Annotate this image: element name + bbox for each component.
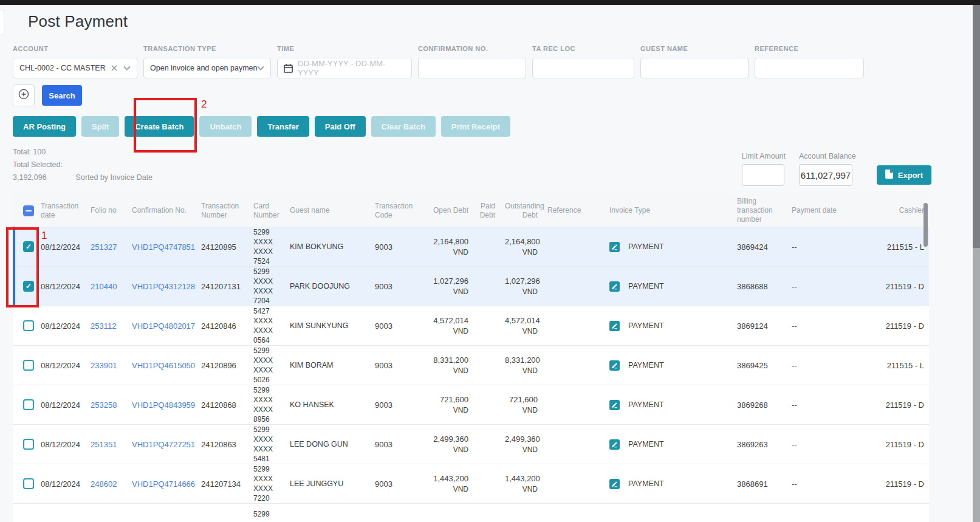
- row-checkbox[interactable]: [23, 478, 34, 489]
- outstanding-debt-value: 8,331,200: [505, 355, 538, 365]
- account-select[interactable]: CHL-0002 - CC MASTER C...: [13, 58, 137, 78]
- folio-link[interactable]: 251351: [86, 440, 127, 449]
- outstanding-debt-currency: VND: [505, 327, 538, 335]
- row-checkbox[interactable]: [23, 439, 34, 450]
- cell-open-debt: 1,027,296VND: [423, 276, 473, 296]
- outstanding-debt-value: 1,443,200: [505, 474, 538, 483]
- table-header-row: Transaction dateFolio noConfirmation No.…: [13, 194, 929, 227]
- open-debt-currency: VND: [428, 485, 468, 493]
- cell-guest-name: LEE DONG GUN: [285, 440, 370, 448]
- folio-link[interactable]: 233901: [86, 361, 127, 370]
- cell-transaction-code: 9003: [370, 479, 423, 489]
- table-row[interactable]: 08/12/2024210440VHD1PQ431212824120713152…: [13, 266, 929, 306]
- transfer-button[interactable]: Transfer: [257, 116, 309, 137]
- folio-link[interactable]: 253258: [86, 400, 127, 410]
- cell-transaction-number: 241207134: [196, 479, 248, 489]
- cell-billing-transaction-number: 3868691: [732, 479, 787, 489]
- edit-reference-icon[interactable]: [609, 360, 620, 371]
- edit-reference-icon[interactable]: [609, 242, 620, 252]
- row-checkbox[interactable]: [23, 281, 34, 292]
- reference-input[interactable]: [755, 58, 864, 78]
- open-debt-value: 1,443,200: [428, 474, 468, 483]
- confirmation-link[interactable]: VHD1PQ4615050: [127, 361, 196, 370]
- limit-amount-label: Limit Amount: [742, 152, 786, 160]
- folio-link[interactable]: 248602: [86, 479, 127, 489]
- confirmation-link[interactable]: VHD1PQ4843959: [127, 400, 196, 410]
- time-daterange-picker[interactable]: DD-MM-YYYY - DD-MM-YYYY: [277, 58, 412, 78]
- folio-link[interactable]: 251327: [86, 242, 127, 252]
- add-filter-button[interactable]: [13, 84, 35, 106]
- cell-select: [13, 360, 36, 371]
- account-selected-value: CHL-0002 - CC MASTER C...: [19, 64, 108, 72]
- transaction-type-select[interactable]: Open invoice and open payment: [143, 58, 271, 78]
- ar-posting-button[interactable]: AR Posting: [13, 116, 76, 137]
- guest-name-input[interactable]: [640, 58, 749, 78]
- table-row[interactable]: 08/12/2024233901VHD1PQ461505024120896529…: [13, 345, 929, 385]
- table-row[interactable]: 08/12/2024251327VHD1PQ474785124120895529…: [13, 227, 929, 266]
- cell-transaction-code: 9003: [370, 400, 423, 410]
- folio-link[interactable]: 210440: [86, 282, 127, 291]
- account-chevron-down-icon[interactable]: [123, 66, 131, 70]
- export-file-icon: [885, 170, 893, 180]
- account-clear-icon[interactable]: [111, 65, 117, 71]
- cell-transaction-code: 9003: [370, 282, 423, 291]
- edit-reference-icon[interactable]: [609, 321, 620, 331]
- column-header-cashier: Cashier: [845, 204, 929, 218]
- sidebar-edge: [0, 10, 4, 35]
- edit-reference-icon[interactable]: [609, 479, 620, 489]
- split-button: Split: [81, 116, 119, 137]
- cell-outstanding-debt: 2,164,800VND: [500, 237, 543, 256]
- cell-outstanding-debt: 1,027,296VND: [500, 276, 543, 296]
- export-button[interactable]: Export: [877, 165, 931, 185]
- limit-amount-input[interactable]: [742, 164, 784, 186]
- row-checkbox[interactable]: [23, 320, 34, 331]
- ta-rec-loc-input[interactable]: [532, 58, 634, 78]
- cell-invoice-type: PAYMENT: [605, 321, 732, 331]
- cell-cashier: 211519 - D: [845, 321, 929, 331]
- total-selected-value: 3,192,096: [13, 173, 47, 182]
- confirmation-no-input[interactable]: [418, 58, 526, 78]
- cell-card-number: 5299 XXXX XXXX 8956: [248, 385, 285, 424]
- table-row[interactable]: 5299: [13, 503, 929, 522]
- row-checkbox[interactable]: [23, 360, 34, 371]
- table-row[interactable]: 08/12/2024253258VHD1PQ484395924120868529…: [13, 385, 929, 424]
- folio-link[interactable]: 253112: [86, 321, 127, 331]
- select-all-checkbox[interactable]: [23, 205, 34, 216]
- confirmation-link[interactable]: VHD1PQ4714666: [127, 479, 196, 489]
- confirmation-link[interactable]: VHD1PQ4312128: [127, 282, 196, 291]
- cell-guest-name: KIM BOKYUNG: [285, 242, 370, 251]
- invoice-type-label: PAYMENT: [628, 282, 664, 290]
- column-header-transaction_code: Transaction Code: [370, 199, 423, 222]
- cell-transaction-number: 24120896: [196, 361, 248, 370]
- confirmation-link[interactable]: VHD1PQ4802017: [127, 321, 196, 331]
- page-scrollbar-thumb[interactable]: [973, 5, 980, 248]
- row-checkbox[interactable]: [23, 241, 34, 252]
- transaction-type-chevron-down-icon[interactable]: [257, 66, 264, 70]
- confirmation-link[interactable]: VHD1PQ4727251: [127, 440, 196, 449]
- confirmation-link[interactable]: VHD1PQ4747851: [127, 242, 196, 252]
- edit-reference-icon[interactable]: [609, 439, 620, 450]
- column-header-card_number: Card Number: [248, 199, 285, 222]
- create-batch-button[interactable]: Create Batch: [125, 116, 194, 137]
- cell-cashier: 211519 - D: [845, 440, 929, 449]
- table-row[interactable]: 08/12/2024248602VHD1PQ471466624120713452…: [13, 464, 929, 503]
- cell-open-debt: 2,499,360VND: [423, 434, 473, 454]
- column-header-transaction_number: Transaction Number: [196, 199, 248, 222]
- column-header-reference: Reference: [543, 204, 605, 218]
- column-header-billing_transaction_number: Billing transaction number: [732, 194, 787, 227]
- row-checkbox[interactable]: [23, 399, 34, 410]
- cell-outstanding-debt: 1,443,200VND: [500, 474, 543, 493]
- cell-transaction-number: 24120895: [196, 242, 248, 252]
- search-button[interactable]: Search: [42, 85, 82, 106]
- table-row[interactable]: 08/12/2024253112VHD1PQ480201724120846542…: [13, 306, 929, 345]
- cell-billing-transaction-number: 3869424: [732, 242, 787, 252]
- cell-billing-transaction-number: 3868688: [732, 282, 787, 291]
- table-row[interactable]: 08/12/2024251351VHD1PQ472725124120863529…: [13, 424, 929, 464]
- table-scrollbar-thumb[interactable]: [923, 203, 928, 247]
- edit-reference-icon[interactable]: [609, 400, 620, 410]
- page-scrollbar[interactable]: [973, 5, 980, 522]
- cell-transaction-number: 24120868: [196, 400, 248, 410]
- edit-reference-icon[interactable]: [609, 281, 620, 292]
- cell-transaction-code: 9003: [370, 361, 423, 370]
- paid-off-button[interactable]: Paid Off: [315, 116, 366, 137]
